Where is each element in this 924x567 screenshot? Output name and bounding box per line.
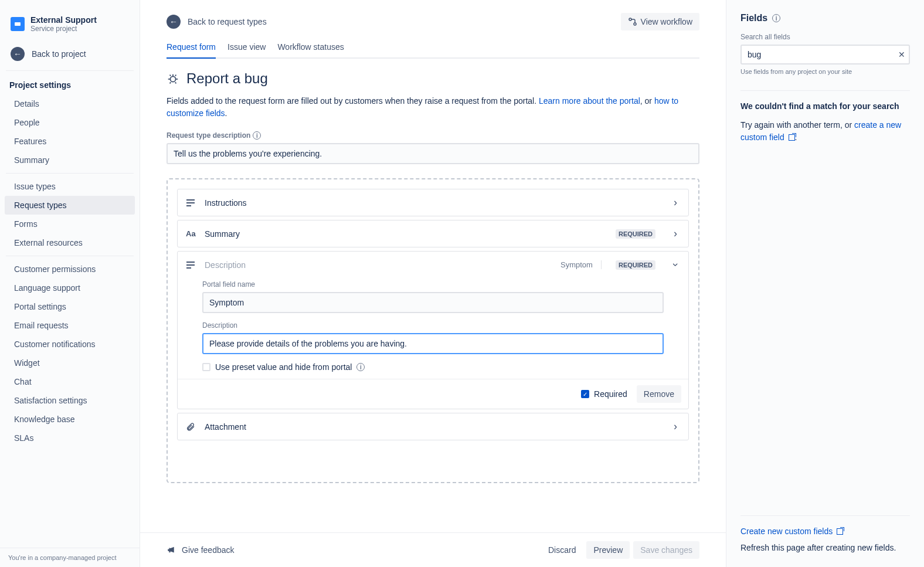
sidebar: External Support Service project ← Back … — [0, 0, 140, 567]
sidebar-footer: You're in a company-managed project — [0, 548, 140, 567]
nav-group-3: Customer permissionsLanguage supportPort… — [0, 260, 140, 447]
preset-value-checkbox[interactable]: Use preset value and hide from portal i — [202, 362, 664, 372]
field-description-header[interactable]: Description Symptom REQUIRED › — [178, 252, 688, 278]
tab-workflow-statuses[interactable]: Workflow statuses — [277, 39, 344, 59]
intro-text: Fields added to the request form are fil… — [167, 95, 699, 120]
divider — [6, 70, 134, 71]
clear-search-icon[interactable]: ✕ — [898, 50, 905, 59]
checkbox-icon — [202, 363, 210, 371]
field-description-input[interactable] — [202, 333, 664, 354]
project-header: External Support Service project — [0, 12, 140, 41]
portal-field-name-input[interactable] — [202, 292, 664, 313]
view-workflow-button[interactable]: View workflow — [621, 13, 699, 30]
fields-panel: Fields i Search all fields ✕ Use fields … — [726, 0, 924, 567]
svg-point-0 — [629, 18, 631, 21]
tabs: Request formIssue viewWorkflow statuses — [167, 39, 699, 59]
bottom-bar: Give feedback Discard Preview Save chang… — [140, 532, 726, 567]
required-checkbox[interactable]: ✓ Required — [581, 389, 627, 399]
search-hint: Use fields from any project on your site — [740, 68, 910, 75]
main: ← Back to request types View workflow Re… — [140, 0, 726, 567]
nav-group-1: DetailsPeopleFeaturesSummary — [0, 94, 140, 169]
project-type: Service project — [30, 25, 97, 33]
divider — [6, 256, 134, 256]
no-match-heading: We couldn't find a match for your search — [740, 101, 910, 111]
nav-item-knowledge-base[interactable]: Knowledge base — [5, 410, 135, 429]
nav-item-widget[interactable]: Widget — [5, 354, 135, 372]
nav-item-slas[interactable]: SLAs — [5, 429, 135, 447]
remove-field-button[interactable]: Remove — [637, 385, 681, 403]
search-label: Search all fields — [740, 33, 910, 41]
arrow-left-icon: ← — [11, 47, 25, 61]
divider — [6, 173, 134, 174]
discard-button[interactable]: Discard — [541, 541, 583, 559]
project-name: External Support — [30, 15, 97, 25]
back-to-project-button[interactable]: ← Back to project — [0, 41, 140, 67]
nav-item-satisfaction-settings[interactable]: Satisfaction settings — [5, 391, 135, 410]
megaphone-icon — [167, 545, 177, 555]
checkbox-checked-icon: ✓ — [581, 390, 589, 398]
required-badge: REQUIRED — [616, 260, 655, 270]
back-to-request-types[interactable]: ← Back to request types — [167, 15, 267, 29]
refresh-hint: Refresh this page after creating new fie… — [740, 542, 910, 554]
nav-item-customer-notifications[interactable]: Customer notifications — [5, 335, 135, 354]
required-badge: REQUIRED — [616, 229, 655, 239]
attachment-icon — [186, 422, 196, 432]
nav-item-request-types[interactable]: Request types — [5, 196, 135, 215]
field-desc-label: Description — [202, 321, 664, 330]
tab-request-form[interactable]: Request form — [167, 39, 216, 59]
chevron-right-icon: › — [671, 420, 680, 433]
workflow-icon — [628, 17, 637, 26]
nav-item-language-support[interactable]: Language support — [5, 279, 135, 297]
divider — [740, 515, 910, 516]
field-summary[interactable]: Aa Summary REQUIRED › — [177, 220, 689, 247]
back-label: Back to request types — [188, 17, 267, 26]
paragraph-icon — [186, 261, 196, 269]
svg-point-2 — [170, 76, 175, 82]
fields-title: Fields i — [740, 13, 910, 23]
arrow-left-icon: ← — [167, 15, 181, 29]
save-changes-button[interactable]: Save changes — [633, 541, 699, 559]
section-title: Project settings — [0, 74, 140, 94]
chevron-right-icon: › — [671, 196, 680, 209]
nav-item-email-requests[interactable]: Email requests — [5, 316, 135, 335]
nav-item-customer-permissions[interactable]: Customer permissions — [5, 260, 135, 279]
nav-item-summary[interactable]: Summary — [5, 151, 135, 169]
info-icon[interactable]: i — [253, 131, 261, 140]
page-title: Report a bug — [186, 70, 268, 87]
learn-more-link[interactable]: Learn more about the portal — [539, 96, 640, 106]
tab-issue-view[interactable]: Issue view — [227, 39, 266, 59]
chevron-right-icon: › — [671, 228, 680, 240]
nav-group-2: Issue typesRequest typesFormsExternal re… — [0, 177, 140, 252]
nav-item-features[interactable]: Features — [5, 132, 135, 151]
info-icon[interactable]: i — [356, 363, 365, 371]
preview-button[interactable]: Preview — [586, 541, 630, 559]
field-instructions[interactable]: Instructions › — [177, 189, 689, 216]
svg-point-1 — [634, 23, 636, 25]
info-icon[interactable]: i — [772, 14, 780, 22]
external-link-icon — [789, 134, 795, 141]
nav-item-details[interactable]: Details — [5, 94, 135, 113]
project-icon — [11, 17, 25, 31]
no-match-body: Try again with another term, or create a… — [740, 119, 910, 144]
nav-item-issue-types[interactable]: Issue types — [5, 177, 135, 196]
create-new-custom-fields-link[interactable]: Create new custom fields — [740, 527, 843, 536]
request-type-description-input[interactable] — [167, 143, 699, 164]
back-label: Back to project — [32, 49, 86, 59]
instructions-icon — [186, 199, 196, 207]
chevron-down-icon: › — [670, 260, 682, 270]
search-fields-input[interactable] — [740, 45, 910, 64]
nav-item-external-resources[interactable]: External resources — [5, 233, 135, 252]
nav-item-forms[interactable]: Forms — [5, 215, 135, 233]
desc-label: Request type description i — [167, 131, 699, 140]
bug-icon — [167, 72, 179, 85]
form-builder: Instructions › Aa Summary REQUIRED › — [167, 178, 699, 483]
give-feedback-button[interactable]: Give feedback — [167, 545, 235, 555]
nav-item-portal-settings[interactable]: Portal settings — [5, 297, 135, 316]
field-attachment[interactable]: Attachment › — [177, 413, 689, 440]
external-link-icon — [837, 528, 843, 535]
divider — [740, 90, 910, 91]
nav-item-chat[interactable]: Chat — [5, 372, 135, 391]
nav-item-people[interactable]: People — [5, 113, 135, 132]
text-icon: Aa — [186, 229, 196, 238]
portal-field-name-label: Portal field name — [202, 280, 664, 288]
